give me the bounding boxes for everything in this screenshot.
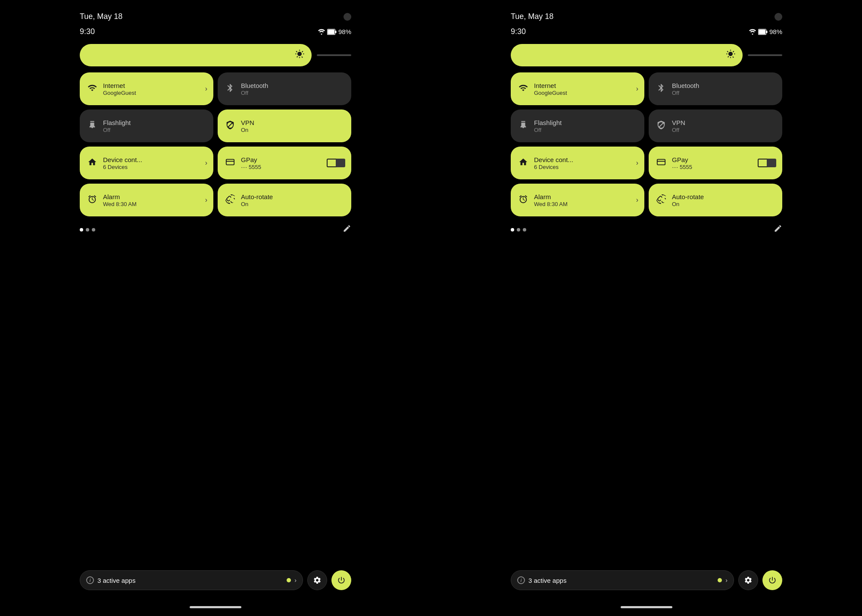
tile-title-bluetooth: Bluetooth	[241, 82, 268, 90]
tile-device-control[interactable]: Device cont... 6 Devices ›	[80, 147, 213, 179]
nav-bar	[621, 606, 672, 608]
tile-flashlight[interactable]: Flashlight Off	[80, 109, 213, 142]
tile-title-flashlight: Flashlight	[103, 119, 131, 127]
page-dots	[511, 228, 526, 231]
tile-autorotate[interactable]: Auto-rotate On	[218, 184, 351, 216]
page-dot-2	[523, 228, 526, 231]
tile-title-flashlight: Flashlight	[534, 119, 562, 127]
page-dot-1	[86, 228, 89, 231]
tile-subtitle-vpn: On	[241, 127, 254, 133]
tile-subtitle-vpn: Off	[672, 127, 685, 133]
tile-autorotate[interactable]: Auto-rotate On	[649, 184, 782, 216]
active-apps-dot	[287, 578, 291, 582]
tile-icon-gpay	[225, 157, 236, 169]
tile-icon-bluetooth	[225, 83, 236, 95]
brightness-icon	[294, 49, 305, 62]
status-date: Tue, May 18	[80, 12, 122, 21]
tile-text-alarm: Alarm Wed 8:30 AM	[103, 193, 137, 207]
tile-text-bluetooth: Bluetooth Off	[241, 82, 268, 96]
nav-bar	[190, 606, 241, 608]
edit-icon[interactable]	[774, 224, 782, 235]
tile-icon-flashlight	[87, 120, 98, 132]
brightness-track[interactable]	[748, 54, 782, 56]
battery-percent: 98%	[338, 28, 351, 35]
settings-icon	[744, 576, 753, 585]
tile-vpn[interactable]: VPN Off	[649, 109, 782, 142]
tile-subtitle-device-control: 6 Devices	[534, 164, 573, 170]
status-icons: 98%	[749, 28, 782, 35]
active-apps-text: 3 active apps	[528, 577, 714, 584]
brightness-row[interactable]	[80, 44, 351, 66]
bottom-bar: i 3 active apps ›	[80, 570, 351, 590]
brightness-track[interactable]	[317, 54, 351, 56]
tile-alarm[interactable]: Alarm Wed 8:30 AM ›	[80, 184, 213, 216]
tile-internet[interactable]: Internet GoogleGuest ›	[80, 72, 213, 105]
tile-text-internet: Internet GoogleGuest	[534, 82, 567, 96]
wifi-status-icon	[749, 29, 756, 35]
status-time: 9:30	[511, 27, 526, 36]
brightness-pill[interactable]	[80, 44, 312, 66]
tile-icon-device-control	[87, 157, 98, 169]
svg-rect-3	[226, 159, 234, 165]
tiles-grid: Internet GoogleGuest › Bluetooth Off Fla…	[511, 72, 782, 216]
power-icon	[768, 576, 777, 585]
status-bar: Tue, May 18	[511, 0, 782, 25]
status-date: Tue, May 18	[511, 12, 553, 21]
brightness-pill[interactable]	[511, 44, 743, 66]
tile-gpay[interactable]: GPay ···· 5555	[649, 147, 782, 179]
wifi-status-icon	[318, 29, 325, 35]
tile-title-internet: Internet	[534, 82, 567, 90]
tile-icon-alarm	[518, 194, 529, 206]
tile-icon-autorotate	[225, 194, 236, 206]
edit-icon[interactable]	[343, 224, 351, 235]
tile-icon-vpn	[656, 120, 667, 132]
page-dots	[80, 228, 95, 231]
tile-subtitle-autorotate: On	[672, 201, 704, 207]
tile-bluetooth[interactable]: Bluetooth Off	[649, 72, 782, 105]
tile-title-device-control: Device cont...	[534, 156, 573, 164]
page-dot-2	[92, 228, 95, 231]
tile-icon-bluetooth	[656, 83, 667, 95]
svg-rect-1	[335, 31, 337, 33]
brightness-row[interactable]	[511, 44, 782, 66]
page-indicator-row	[80, 221, 351, 238]
tile-flashlight[interactable]: Flashlight Off	[511, 109, 644, 142]
tile-device-control[interactable]: Device cont... 6 Devices ›	[511, 147, 644, 179]
active-apps-pill[interactable]: i 3 active apps ›	[80, 570, 303, 590]
power-button[interactable]	[331, 570, 351, 590]
tile-alarm[interactable]: Alarm Wed 8:30 AM ›	[511, 184, 644, 216]
tile-text-gpay: GPay ···· 5555	[672, 156, 692, 170]
tile-icon-vpn	[225, 120, 236, 132]
tile-title-vpn: VPN	[672, 119, 685, 127]
tile-internet[interactable]: Internet GoogleGuest ›	[511, 72, 644, 105]
power-icon	[337, 576, 346, 585]
tile-title-autorotate: Auto-rotate	[241, 193, 273, 201]
tile-title-alarm: Alarm	[103, 193, 137, 201]
tile-icon-gpay	[656, 157, 667, 169]
tile-bluetooth[interactable]: Bluetooth Off	[218, 72, 351, 105]
tile-icon-flashlight	[518, 120, 529, 132]
tile-subtitle-internet: GoogleGuest	[534, 90, 567, 96]
tile-title-gpay: GPay	[241, 156, 261, 164]
tile-text-bluetooth: Bluetooth Off	[672, 82, 699, 96]
tile-title-alarm: Alarm	[534, 193, 568, 201]
status-row2: 9:30 98%	[511, 25, 782, 44]
tile-text-alarm: Alarm Wed 8:30 AM	[534, 193, 568, 207]
battery-icon	[758, 29, 768, 35]
active-apps-pill[interactable]: i 3 active apps ›	[511, 570, 734, 590]
tile-gpay[interactable]: GPay ···· 5555	[218, 147, 351, 179]
active-apps-text: 3 active apps	[97, 577, 283, 584]
tiles-grid: Internet GoogleGuest › Bluetooth Off Fla…	[80, 72, 351, 216]
tile-subtitle-device-control: 6 Devices	[103, 164, 142, 170]
tile-subtitle-gpay: ···· 5555	[241, 164, 261, 170]
tile-text-device-control: Device cont... 6 Devices	[103, 156, 142, 170]
settings-button[interactable]	[307, 570, 327, 590]
gpay-card	[758, 159, 776, 167]
tile-arrow-alarm: ›	[636, 196, 638, 204]
tile-vpn[interactable]: VPN On	[218, 109, 351, 142]
settings-button[interactable]	[738, 570, 758, 590]
gpay-card	[327, 159, 345, 167]
power-button[interactable]	[762, 570, 782, 590]
info-icon: i	[517, 576, 525, 584]
tile-icon-alarm	[87, 194, 98, 206]
